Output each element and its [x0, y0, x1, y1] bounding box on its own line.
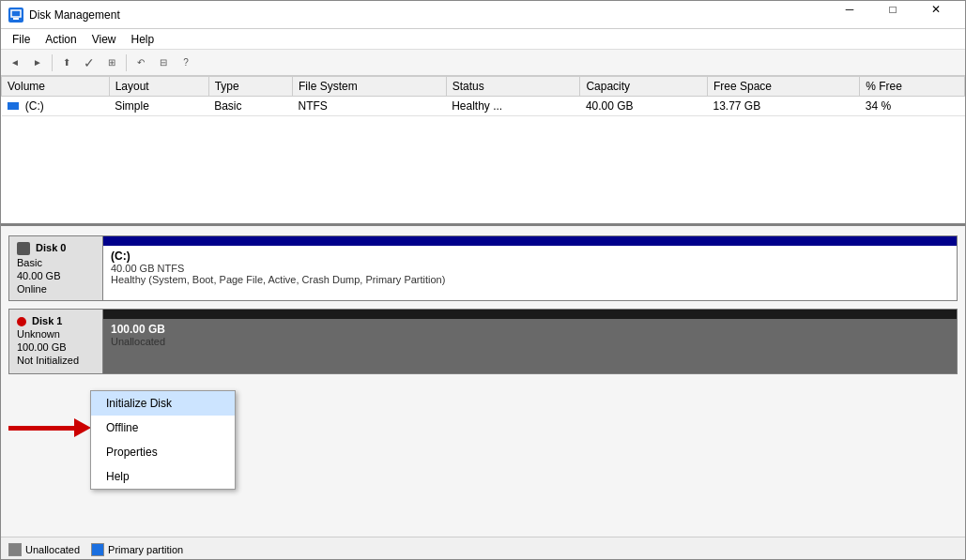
disk-label-1: Disk 1 Unknown 100.00 GB Not Initialized: [9, 310, 103, 373]
legend-unalloc-label: Unallocated: [25, 544, 80, 555]
toolbar-help[interactable]: ?: [176, 53, 196, 73]
disk-row-1: Disk 1 Unknown 100.00 GB Not Initialized…: [8, 309, 958, 374]
title-bar: Disk Management ─ □ ✕: [1, 1, 965, 29]
legend-unalloc-box: [8, 543, 22, 556]
disk1-size: 100.00 GB: [17, 341, 95, 353]
disk1-status: Not Initialized: [17, 355, 95, 366]
disk1-partition[interactable]: 100.00 GB Unallocated: [103, 319, 957, 373]
col-layout: Layout: [109, 77, 208, 97]
legend-primary: Primary partition: [91, 543, 183, 556]
menu-help[interactable]: Help: [124, 31, 162, 48]
menu-file[interactable]: File: [5, 31, 38, 48]
toolbar-back[interactable]: ◄: [5, 53, 25, 73]
cell-freespace: 13.77 GB: [707, 97, 859, 116]
disk1-bar: [103, 310, 957, 319]
disk0-icon: [17, 242, 30, 255]
table-row[interactable]: (C:) Simple Basic NTFS Healthy ... 40.00…: [2, 97, 965, 116]
status-bar: Unallocated Primary partition: [1, 537, 965, 560]
disk0-part-detail: 40.00 GB NTFS: [111, 263, 949, 274]
arrow-shaft: [8, 426, 74, 431]
toolbar-refresh[interactable]: ⊟: [153, 53, 174, 73]
col-capacity: Capacity: [580, 77, 708, 97]
cell-type: Basic: [208, 97, 292, 116]
window-title: Disk Management: [29, 8, 120, 22]
cell-status: Healthy ...: [446, 97, 580, 116]
disk-row-0: Disk 0 Basic 40.00 GB Online (C:) 40.00 …: [8, 235, 958, 301]
volume-icon: [8, 102, 19, 110]
toolbar-grid[interactable]: ⊞: [101, 53, 122, 73]
legend-primary-box: [91, 543, 104, 556]
toolbar: ◄ ► ⬆ ✓ ⊞ ↶ ⊟ ?: [1, 50, 965, 76]
app-icon: [8, 8, 23, 23]
col-freespace: Free Space: [707, 77, 859, 97]
legend-unallocated: Unallocated: [8, 543, 80, 556]
svg-rect-0: [11, 10, 21, 17]
menu-bar: File Action View Help: [1, 29, 965, 50]
toolbar-forward[interactable]: ►: [27, 53, 48, 73]
disk1-part-detail: Unallocated: [111, 336, 949, 347]
context-menu-item-offline[interactable]: Offline: [91, 416, 235, 440]
disk1-icon: [17, 317, 26, 326]
context-menu-item-help[interactable]: Help: [91, 464, 235, 489]
close-button[interactable]: ✕: [914, 0, 958, 23]
col-filesystem: File System: [293, 77, 447, 97]
disk-label-0: Disk 0 Basic 40.00 GB Online: [9, 236, 103, 300]
context-menu: Initialize Disk Offline Properties Help: [90, 390, 236, 490]
disk0-partition[interactable]: (C:) 40.00 GB NTFS Healthy (System, Boot…: [103, 246, 957, 300]
minimize-button[interactable]: ─: [828, 0, 871, 23]
cell-filesystem: NTFS: [293, 97, 447, 116]
cell-percentfree: 34 %: [860, 97, 965, 116]
col-status: Status: [446, 77, 580, 97]
menu-view[interactable]: View: [84, 31, 124, 48]
toolbar-up[interactable]: ⬆: [56, 53, 77, 73]
disk0-name: Disk 0: [36, 242, 66, 253]
disk1-name: Disk 1: [32, 315, 62, 326]
disk0-size: 40.00 GB: [17, 270, 95, 281]
cell-capacity: 40.00 GB: [580, 97, 708, 116]
legend-primary-label: Primary partition: [108, 544, 183, 555]
context-menu-item-properties[interactable]: Properties: [91, 440, 235, 464]
disk1-content: 100.00 GB Unallocated: [103, 310, 957, 373]
disk0-bar: [103, 236, 957, 246]
col-volume: Volume: [2, 77, 110, 97]
toolbar-check[interactable]: ✓: [79, 53, 100, 73]
cell-layout: Simple: [109, 97, 208, 116]
arrow-indicator: [8, 418, 91, 437]
cell-volume: (C:): [2, 97, 110, 116]
disk0-type: Basic: [17, 257, 95, 268]
bottom-pane: Disk 0 Basic 40.00 GB Online (C:) 40.00 …: [1, 226, 965, 537]
svg-rect-1: [13, 18, 19, 20]
top-pane: Volume Layout Type File System Status Ca…: [1, 76, 965, 226]
menu-action[interactable]: Action: [38, 31, 84, 48]
maximize-button[interactable]: □: [871, 0, 914, 23]
toolbar-sep2: [126, 54, 127, 71]
window-controls: ─ □ ✕: [828, 1, 958, 29]
context-menu-item-initialize[interactable]: Initialize Disk: [91, 391, 235, 416]
volume-table: Volume Layout Type File System Status Ca…: [1, 76, 965, 116]
arrow-head: [74, 418, 91, 437]
disk0-part-name: (C:): [111, 250, 949, 263]
toolbar-undo[interactable]: ↶: [130, 53, 151, 73]
col-type: Type: [208, 77, 292, 97]
disk1-type: Unknown: [17, 328, 95, 340]
disk0-status: Online: [17, 283, 95, 295]
col-percentfree: % Free: [860, 77, 965, 97]
toolbar-sep1: [52, 54, 53, 71]
disk1-part-name: 100.00 GB: [111, 323, 949, 336]
window-frame: Disk Management ─ □ ✕ File Action View H…: [0, 0, 966, 560]
disk0-part-status: Healthy (System, Boot, Page File, Active…: [111, 274, 949, 285]
disk0-content: (C:) 40.00 GB NTFS Healthy (System, Boot…: [103, 236, 957, 300]
main-content: Volume Layout Type File System Status Ca…: [1, 76, 965, 537]
